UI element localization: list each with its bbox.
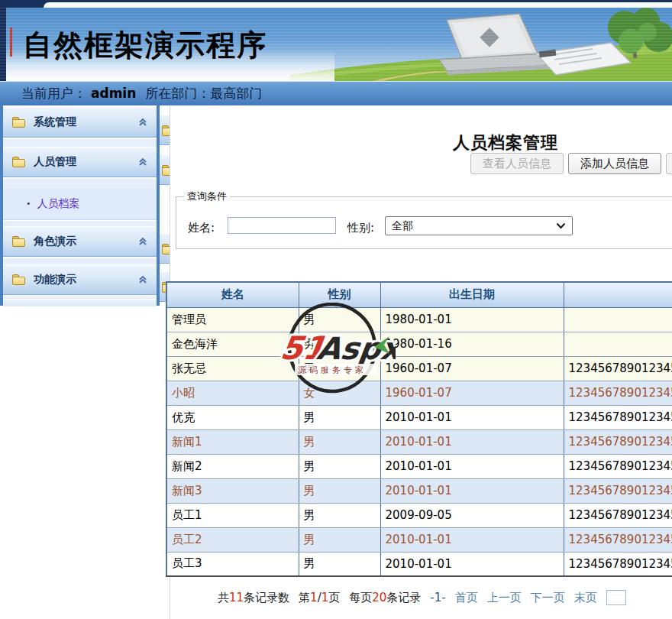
cell-id-number: 123456789012345678 (564, 527, 672, 552)
cell-gender: 男 (299, 478, 380, 503)
table-row[interactable]: 员工1男2009-09-05123456789012345678 (166, 503, 672, 527)
second-menu-group (160, 115, 170, 145)
cell-id-number (564, 332, 672, 356)
last-page-link[interactable]: 末页 (574, 591, 597, 605)
folder-icon (162, 244, 170, 254)
column-header-birthdate: 出生日期 (380, 282, 564, 307)
sidebar-group-system[interactable]: 系统管理 (3, 107, 157, 138)
cell-birthdate: 1960-01-07 (380, 381, 564, 405)
folder-icon (162, 165, 170, 176)
banner-left-frame (0, 8, 6, 81)
newspaper-icon (536, 43, 631, 75)
page-indicator: 第1/1页 (299, 591, 340, 605)
current-page-marker: -1- (430, 591, 445, 604)
folder-icon (12, 117, 26, 128)
extra-button-clipped[interactable] (666, 153, 672, 174)
sidebar-group-functions[interactable]: 功能演示 (3, 264, 157, 295)
collapse-chevron-icon[interactable] (138, 157, 147, 167)
sidebar-item-personnel-archive[interactable]: • 人员档案 (3, 188, 157, 220)
sidebar-gap (3, 258, 157, 264)
cell-gender: 男 (299, 332, 380, 356)
cell-birthdate: 2010-01-01 (380, 454, 564, 478)
cell-birthdate: 2010-01-01 (380, 429, 564, 454)
prev-page-link[interactable]: 上一页 (487, 591, 522, 605)
cell-gender: 男 (299, 356, 380, 381)
cell-birthdate: 1980-01-16 (380, 332, 564, 356)
table-row[interactable]: 新闻3男2010-01-01123456789012345678 (166, 478, 672, 503)
cell-birthdate: 2009-09-05 (380, 503, 564, 527)
gender-select[interactable]: 全部 (385, 216, 573, 235)
cell-gender: 女 (299, 381, 380, 405)
view-personnel-button[interactable]: 查看人员信息 (470, 153, 564, 174)
cell-name: 员工2 (166, 527, 299, 552)
table-row[interactable]: 张无忌男1960-01-07123456789012345678 (166, 356, 672, 381)
cell-id-number: 123456789012345678 (564, 478, 672, 503)
cell-gender: 男 (299, 429, 380, 454)
cell-id-number: 123456789012345678 (564, 552, 672, 576)
department-value: 最高部门 (210, 86, 262, 101)
collapse-chevron-icon[interactable] (138, 275, 147, 284)
second-menu-sliver (160, 105, 170, 306)
chevron-down-icon (556, 222, 566, 229)
laptop-icon (439, 14, 554, 75)
sidebar-item-label: 人员档案 (37, 197, 80, 211)
sidebar-gap (3, 220, 157, 226)
name-label: 姓名: (188, 221, 215, 235)
cell-id-number: 123456789012345678 (564, 405, 672, 429)
cell-name: 新闻3 (166, 478, 299, 503)
cell-birthdate: 2010-01-01 (380, 405, 564, 429)
sidebar-group-roles[interactable]: 角色演示 (3, 226, 157, 257)
cell-id-number: 123456789012345678 (564, 454, 672, 478)
table-row[interactable]: 优克男2010-01-01123456789012345678 (166, 405, 672, 429)
second-menu-group (160, 154, 170, 185)
cell-name: 新闻2 (166, 454, 299, 478)
cell-name: 员工1 (166, 503, 299, 527)
collapse-chevron-icon[interactable] (138, 237, 147, 246)
table-row[interactable]: 员工3男2010-01-01123456789012345678 (166, 552, 672, 576)
top-navy-strip (0, 0, 672, 8)
add-personnel-button[interactable]: 添加人员信息 (568, 153, 661, 174)
cell-birthdate: 2010-01-01 (380, 478, 564, 503)
next-page-link[interactable]: 下一页 (531, 591, 565, 605)
table-row[interactable]: 员工2男2010-01-01123456789012345678 (166, 527, 672, 552)
folder-icon (162, 125, 170, 136)
table-row[interactable]: 新闻1男2010-01-01123456789012345678 (166, 429, 672, 454)
cell-gender: 男 (299, 503, 380, 527)
cell-gender: 男 (299, 405, 380, 429)
name-input[interactable] (228, 217, 336, 234)
table-row[interactable]: 新闻2男2010-01-01123456789012345678 (166, 454, 672, 478)
first-page-link[interactable]: 首页 (455, 591, 478, 605)
cell-name: 小昭 (166, 381, 299, 405)
app-title: 自然框架演示程序 (23, 26, 267, 65)
column-header-id (564, 282, 672, 307)
cell-id-number (564, 307, 672, 332)
cell-birthdate: 2010-01-01 (380, 527, 564, 552)
user-status-bar: 当前用户：admin所在部门：最高部门 (0, 81, 672, 105)
sidebar-group-label: 角色演示 (34, 235, 131, 248)
column-header-name: 姓名 (166, 282, 299, 307)
gender-label: 性别: (347, 221, 374, 235)
folder-icon (12, 236, 26, 247)
pagination-bar: 共11条记录数 第1/1页 每页20条记录 -1- 首页 上一页 下一页 末页 (218, 590, 626, 605)
table-row[interactable]: 小昭女1960-01-07123456789012345678 (166, 381, 672, 405)
cell-id-number: 123456789012345678 (564, 503, 672, 527)
page-jump-input[interactable] (606, 590, 626, 605)
sidebar-gap (3, 138, 157, 147)
table-row[interactable]: 金色海洋男1980-01-16 (166, 332, 672, 356)
cell-name: 金色海洋 (166, 332, 299, 356)
table-row[interactable]: 管理员男1980-01-01 (166, 307, 672, 332)
cell-name: 张无忌 (166, 356, 299, 381)
sidebar-group-personnel[interactable]: 人员管理 (3, 147, 157, 177)
collapse-chevron-icon[interactable] (138, 118, 147, 127)
record-count: 共11条记录数 (218, 591, 289, 605)
cell-id-number: 123456789012345678 (564, 429, 672, 454)
sidebar-group-label: 功能演示 (34, 273, 131, 287)
cell-name: 管理员 (166, 307, 299, 332)
rounded-shell-corner (44, 2, 672, 8)
query-legend: 查询条件 (184, 190, 230, 203)
sidebar-group-label: 系统管理 (34, 115, 131, 129)
title-accent-line (10, 28, 12, 57)
sidebar-group-label: 人员管理 (34, 155, 131, 169)
cell-id-number: 123456789012345678 (564, 381, 672, 405)
current-username: admin (91, 86, 136, 101)
